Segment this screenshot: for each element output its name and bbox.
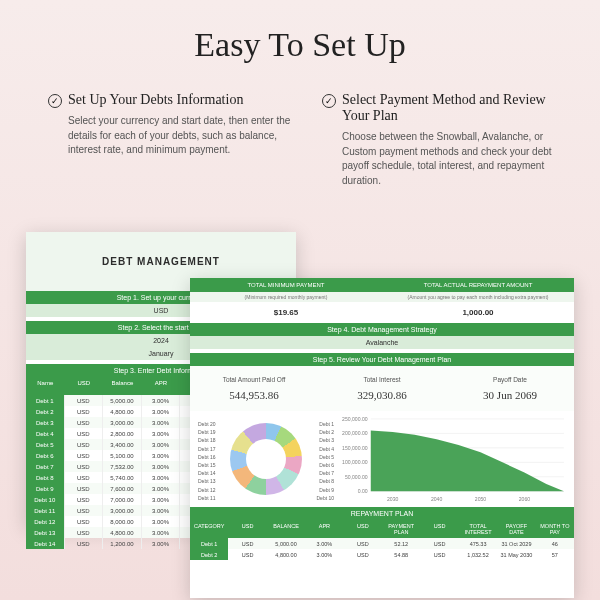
charts-row: Debt 20Debt 19Debt 18Debt 17Debt 16Debt … — [190, 411, 574, 507]
svg-text:150,000.00: 150,000.00 — [342, 445, 368, 451]
stat-label: Payoff Date — [450, 376, 570, 383]
stat-label: Total Amount Paid Off — [194, 376, 314, 383]
stat-value: 329,030.86 — [322, 389, 442, 401]
screenshots-area: DEBT MANAGEMENT Step 1. Set up your curr… — [0, 220, 600, 600]
table-row: Debt 2USD4,800.003.00%USD54.88USD1,032.5… — [190, 549, 574, 560]
table-row: Debt 1USD5,000.003.00%USD52.12USD475.333… — [190, 538, 574, 549]
plan-header: CATEGORYUSDBALANCEAPRUSDPAYMENT PLANUSDT… — [190, 520, 574, 538]
check-icon — [48, 94, 62, 108]
svg-text:2050: 2050 — [475, 496, 487, 502]
balance-area-chart: 0.0050,000.00100,000.00150,000.00200,000… — [342, 415, 568, 503]
min-payment-value: $19.65 — [190, 302, 382, 323]
svg-text:200,000.00: 200,000.00 — [342, 430, 368, 436]
min-payment-hint: (Minimum required monthly payment) — [190, 292, 382, 302]
svg-text:100,000.00: 100,000.00 — [342, 459, 368, 465]
stat-label: Total Interest — [322, 376, 442, 383]
repayment-plan-title: REPAYMENT PLAN — [190, 507, 574, 520]
svg-text:2060: 2060 — [519, 496, 531, 502]
stat-value: 30 Jun 2069 — [450, 389, 570, 401]
summary-stats: Total Amount Paid Off544,953.86 Total In… — [190, 366, 574, 411]
check-icon — [322, 94, 336, 108]
step5-bar: Step 5. Review Your Debt Management Plan — [190, 353, 574, 366]
svg-text:50,000.00: 50,000.00 — [345, 474, 368, 480]
totals-header: TOTAL MINIMUM PAYMENT TOTAL ACTUAL REPAY… — [190, 278, 574, 292]
feature-setup: Set Up Your Debts Information Select you… — [48, 92, 294, 188]
feature-title: Set Up Your Debts Information — [68, 92, 243, 108]
stat-value: 544,953.86 — [194, 389, 314, 401]
feature-desc: Select your currency and start date, the… — [48, 114, 294, 158]
step4-bar: Step 4. Debt Management Strategy — [190, 323, 574, 336]
actual-repay-label: TOTAL ACTUAL REPAYMENT AMOUNT — [382, 278, 574, 292]
feature-title: Select Payment Method and Review Your Pl… — [342, 92, 568, 124]
svg-text:250,000.00: 250,000.00 — [342, 416, 368, 422]
debt-plan-sheet: TOTAL MINIMUM PAYMENT TOTAL ACTUAL REPAY… — [190, 278, 574, 598]
plan-body: Debt 1USD5,000.003.00%USD52.12USD475.333… — [190, 538, 574, 560]
min-payment-label: TOTAL MINIMUM PAYMENT — [190, 278, 382, 292]
feature-review: Select Payment Method and Review Your Pl… — [322, 92, 568, 188]
svg-text:2040: 2040 — [431, 496, 443, 502]
features-row: Set Up Your Debts Information Select you… — [0, 64, 600, 188]
svg-text:0.00: 0.00 — [358, 488, 368, 494]
svg-text:2030: 2030 — [387, 496, 399, 502]
debt-donut-chart: Debt 20Debt 19Debt 18Debt 17Debt 16Debt … — [196, 415, 336, 503]
actual-repay-hint: (Amount you agree to pay each month incl… — [382, 292, 574, 302]
feature-desc: Choose between the Snowball, Avalanche, … — [322, 130, 568, 188]
actual-repay-value: 1,000.00 — [382, 302, 574, 323]
page-title: Easy To Set Up — [0, 0, 600, 64]
strategy-value: Avalanche — [190, 336, 574, 349]
